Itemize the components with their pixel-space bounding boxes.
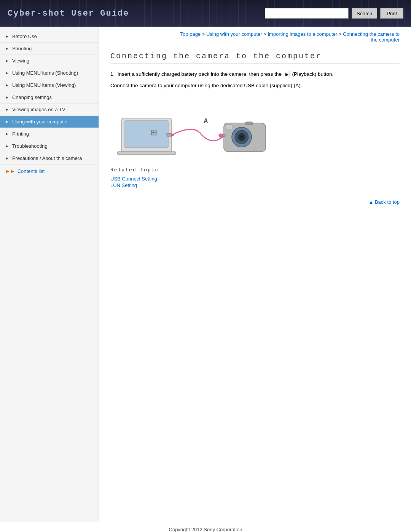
sidebar-item-viewing[interactable]: ► Viewing <box>0 55 99 67</box>
arrow-icon: ► <box>5 59 9 63</box>
breadcrumb-current[interactable]: Connecting the camera tothe computer <box>343 31 400 43</box>
breadcrumb-top[interactable]: Top page <box>180 31 201 37</box>
back-to-top-bar: ▲ Back to top <box>110 196 400 208</box>
connection-diagram: ⊞ A <box>110 97 400 158</box>
svg-rect-15 <box>171 134 174 136</box>
search-button[interactable]: Search <box>352 8 377 19</box>
contents-list-label: Contents list <box>18 168 45 174</box>
arrow-icon: ► <box>5 83 9 87</box>
sidebar-item-label: Shooting <box>12 46 32 51</box>
svg-text:⊞: ⊞ <box>150 128 157 137</box>
sidebar-item-using-computer[interactable]: ► Using with your computer <box>0 116 99 128</box>
sidebar-item-label: Before Use <box>12 34 37 39</box>
sidebar-item-before-use[interactable]: ► Before Use <box>0 30 99 43</box>
sidebar-item-troubleshooting[interactable]: ► Troubleshooting <box>0 140 99 152</box>
arrow-icon: ► <box>5 144 9 148</box>
header-controls: Search Print <box>265 8 403 19</box>
arrow-icon: ► <box>5 156 9 160</box>
search-input[interactable] <box>265 8 349 19</box>
step-2: Connect the camera to your computer usin… <box>110 81 400 90</box>
arrow-icon: ► <box>5 46 9 51</box>
svg-rect-11 <box>225 125 232 129</box>
content-area: Top page > Using with your computer > Im… <box>99 27 411 522</box>
sidebar: ► Before Use ► Shooting ► Viewing ► Usin… <box>0 27 99 522</box>
svg-rect-12 <box>245 122 253 125</box>
sidebar-item-viewing-tv[interactable]: ► Viewing images on a TV <box>0 104 99 116</box>
breadcrumb-sep3: > <box>339 31 343 37</box>
diagram-svg: ⊞ A <box>110 97 274 158</box>
contents-list-link[interactable]: ►► Contents list <box>0 165 99 178</box>
main-container: ► Before Use ► Shooting ► Viewing ► Usin… <box>0 27 411 522</box>
svg-text:A: A <box>204 118 208 124</box>
back-to-top-link[interactable]: ▲ Back to top <box>368 199 400 205</box>
arrow-icon: ► <box>5 71 9 75</box>
playback-icon: ▶ <box>284 71 290 78</box>
sidebar-item-shooting[interactable]: ► Shooting <box>0 43 99 55</box>
related-links: USB Connect Setting LUN Setting <box>110 176 400 188</box>
sidebar-item-label: Using with your computer <box>12 119 68 125</box>
sidebar-item-menu-viewing[interactable]: ► Using MENU items (Viewing) <box>0 79 99 91</box>
sidebar-item-precautions[interactable]: ► Precautions / About this camera <box>0 152 99 165</box>
breadcrumb: Top page > Using with your computer > Im… <box>110 27 400 46</box>
contents-arrow-icon: ►► <box>5 168 15 174</box>
step-1-text: 1. Insert a sufficiently charged battery… <box>110 71 333 77</box>
sidebar-item-label: Precautions / About this camera <box>12 155 82 161</box>
title-divider <box>110 64 400 64</box>
app-title: Cyber-shot User Guide <box>8 9 265 18</box>
breadcrumb-importing[interactable]: Importing images to a computer <box>268 31 337 37</box>
breadcrumb-using-computer[interactable]: Using with your computer <box>206 31 262 37</box>
footer: Copyright 2012 Sony Corporation <box>0 522 411 532</box>
lun-setting-link[interactable]: LUN Setting <box>110 182 400 188</box>
print-button[interactable]: Print <box>380 8 403 19</box>
step-2-text: Connect the camera to your computer usin… <box>110 83 302 88</box>
page-title: Connecting the camera to the computer <box>110 52 400 61</box>
sidebar-item-label: Changing settings <box>12 94 52 100</box>
sidebar-item-label: Using MENU items (Viewing) <box>12 82 76 88</box>
sidebar-item-printing[interactable]: ► Printing <box>0 128 99 140</box>
sidebar-item-label: Printing <box>12 131 29 137</box>
steps-list: 1. Insert a sufficiently charged battery… <box>110 70 400 89</box>
breadcrumb-sep2: > <box>263 31 268 37</box>
sidebar-item-menu-shooting[interactable]: ► Using MENU items (Shooting) <box>0 67 99 79</box>
svg-rect-2 <box>117 152 176 155</box>
related-topic-label: Related Topic <box>110 167 400 173</box>
sidebar-item-label: Troubleshooting <box>12 143 48 149</box>
arrow-icon: ► <box>5 34 9 38</box>
arrow-icon: ► <box>5 95 9 99</box>
breadcrumb-sep1: > <box>202 31 206 37</box>
arrow-icon: ► <box>5 120 9 124</box>
svg-rect-1 <box>125 121 168 147</box>
header: Cyber-shot User Guide Search Print <box>0 0 411 27</box>
svg-point-10 <box>240 136 243 139</box>
sidebar-item-label: Viewing images on a TV <box>12 107 65 112</box>
sidebar-item-label: Using MENU items (Shooting) <box>12 70 78 76</box>
arrow-icon: ► <box>5 132 9 136</box>
copyright-text: Copyright 2012 Sony Corporation <box>169 527 242 532</box>
usb-connect-setting-link[interactable]: USB Connect Setting <box>110 176 400 182</box>
sidebar-item-label: Viewing <box>12 58 29 64</box>
arrow-icon: ► <box>5 107 9 112</box>
svg-point-14 <box>219 134 223 137</box>
sidebar-item-changing-settings[interactable]: ► Changing settings <box>0 91 99 104</box>
step-1: 1. Insert a sufficiently charged battery… <box>110 70 400 78</box>
